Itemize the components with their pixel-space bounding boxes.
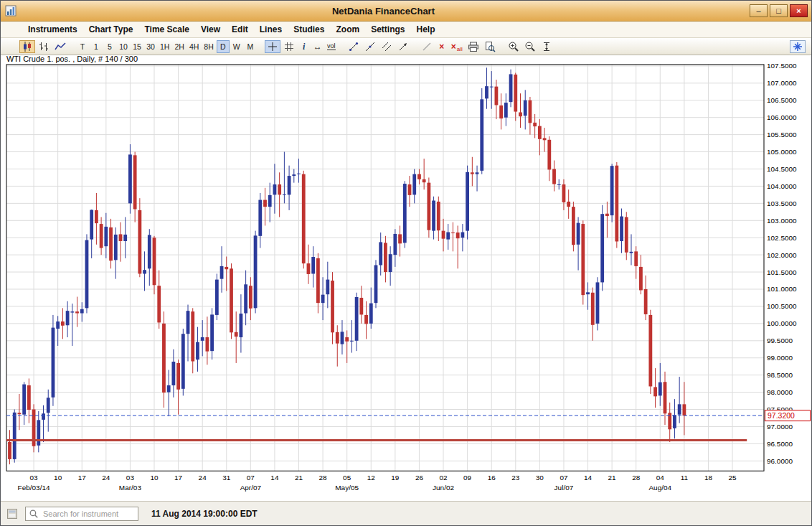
menu-help[interactable]: Help [410,23,440,36]
svg-text:104.5000: 104.5000 [767,165,797,173]
timeframe-30-button[interactable]: 30 [144,40,157,53]
svg-text:Aug/04: Aug/04 [648,484,671,492]
line-chart-icon[interactable] [52,40,68,53]
titlebar[interactable]: NetDania FinanceChart – □ × [1,1,811,22]
menu-studies[interactable]: Studies [288,23,330,36]
svg-text:04: 04 [656,474,665,482]
svg-text:10: 10 [54,474,62,482]
svg-text:24: 24 [199,474,207,482]
svg-text:28: 28 [632,474,641,482]
zoom-out-icon[interactable] [522,40,538,53]
grid-icon[interactable] [281,40,297,53]
svg-text:Mar/03: Mar/03 [119,484,142,492]
instrument-label: WTI Crude 1. pos. , Daily, # 140 / 300 [6,55,138,63]
remove-line-icon[interactable] [419,40,435,53]
chart-timestamp: 11 Aug 2014 19:00:00 EDT [151,509,258,519]
info-icon[interactable]: i [298,40,311,53]
trend-line-icon[interactable] [346,40,362,53]
netdania-link-icon[interactable] [790,40,806,53]
svg-text:30: 30 [536,474,544,482]
svg-text:10: 10 [150,474,159,482]
timeframe-2h-button[interactable]: 2H [172,40,186,53]
instrument-search[interactable] [25,507,138,521]
ray-line-icon[interactable] [362,40,378,53]
menu-zoom[interactable]: Zoom [330,23,365,36]
menu-edit[interactable]: Edit [226,23,254,36]
svg-text:26: 26 [415,474,424,482]
app-icon [4,4,17,17]
timeframe-1h-button[interactable]: 1H [158,40,171,53]
svg-text:07: 07 [247,474,255,482]
volume-indicator-icon[interactable]: vol [325,40,338,53]
timeframe-15-button[interactable]: 15 [131,40,143,53]
svg-text:19: 19 [391,474,400,482]
timeframe-8h-button[interactable]: 8H [202,40,215,53]
vertical-scale-icon[interactable] [539,40,554,53]
svg-text:105.5000: 105.5000 [767,131,797,138]
search-input[interactable] [42,509,135,519]
toolbar-separator [499,46,505,47]
app-window: NetDania FinanceChart – □ × InstrumentsC… [0,0,812,526]
menubar: InstrumentsChart TypeTime ScaleViewEditL… [1,22,811,38]
timeframe-m-button[interactable]: M [244,40,257,53]
timeframe-10-button[interactable]: 10 [117,40,130,53]
svg-text:21: 21 [295,474,303,482]
svg-text:05: 05 [343,474,351,482]
svg-text:31: 31 [222,474,231,482]
menu-time-scale[interactable]: Time Scale [138,23,194,36]
timeframe-4h-button[interactable]: 4H [187,40,201,53]
svg-text:14: 14 [270,474,279,482]
svg-text:09: 09 [463,474,472,482]
minimize-button[interactable]: – [750,4,768,17]
zoom-in-icon[interactable] [506,40,521,53]
timeframe-w-button[interactable]: W [230,40,243,53]
toolbar-separator [258,46,264,47]
svg-text:101.5000: 101.5000 [767,268,797,276]
menu-lines[interactable]: Lines [254,23,288,36]
price-chart[interactable]: 107.5000107.0000106.5000106.0000105.5000… [1,55,811,501]
svg-text:12: 12 [367,474,376,482]
svg-text:100.0000: 100.0000 [767,319,797,327]
delete-all-lines-icon[interactable]: ×all [449,40,465,53]
ohlc-bar-chart-icon[interactable] [36,40,52,53]
zoom-page-icon[interactable] [482,40,498,53]
svg-text:104.0000: 104.0000 [767,182,797,190]
svg-text:03: 03 [126,474,135,482]
timeframe-d-button[interactable]: D [217,40,230,53]
last-price-label: 97.3200 [768,412,795,420]
delete-line-icon[interactable]: × [435,40,448,53]
timeframe-5-button[interactable]: 5 [103,40,116,53]
crosshair-icon[interactable] [265,40,280,53]
expand-horizontal-icon[interactable]: ↔ [311,40,324,53]
timeframe-1-button[interactable]: 1 [90,40,103,53]
maximize-button[interactable]: □ [770,4,788,17]
svg-text:17: 17 [78,474,87,482]
svg-text:99.5000: 99.5000 [767,337,793,344]
close-button[interactable]: × [790,4,808,17]
svg-text:101.0000: 101.0000 [767,286,797,293]
arrow-line-icon[interactable] [395,40,411,53]
search-icon[interactable] [29,509,39,519]
svg-text:96.5000: 96.5000 [767,440,793,448]
menu-settings[interactable]: Settings [365,23,410,36]
svg-text:28: 28 [319,474,328,482]
svg-text:99.0000: 99.0000 [767,354,793,362]
svg-text:106.0000: 106.0000 [767,113,797,121]
svg-text:11: 11 [681,474,689,482]
parallel-lines-icon[interactable] [379,40,395,53]
toolbar-separator [69,46,75,47]
svg-text:Apr/07: Apr/07 [240,484,262,492]
menu-view[interactable]: View [195,23,226,36]
timeframe-t-button[interactable]: T [76,40,89,53]
candlestick-chart-icon[interactable] [19,40,35,53]
svg-text:Jul/07: Jul/07 [554,484,574,492]
print-icon[interactable] [466,40,481,53]
svg-text:98.0000: 98.0000 [767,388,793,396]
svg-text:97.0000: 97.0000 [767,423,793,431]
toolbar-separator [339,46,345,47]
svg-text:02: 02 [439,474,448,482]
panel-icon[interactable] [6,508,18,520]
menu-chart-type[interactable]: Chart Type [83,23,139,36]
chart-area: 107.5000107.0000106.5000106.0000105.5000… [1,55,811,501]
menu-instruments[interactable]: Instruments [22,23,83,36]
